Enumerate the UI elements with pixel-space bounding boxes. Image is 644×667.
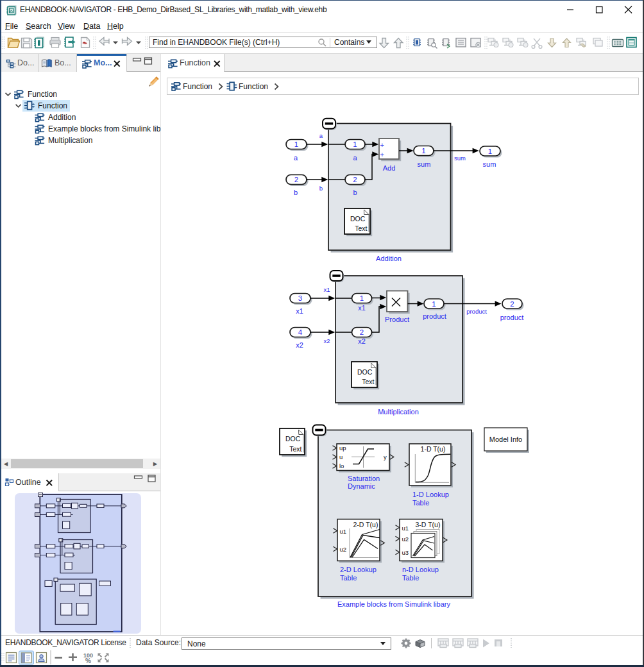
svg-text:a: a <box>319 132 323 139</box>
svg-text:DOC: DOC <box>350 215 366 223</box>
svg-text:x1: x1 <box>323 286 330 293</box>
svg-text:x2: x2 <box>296 341 303 349</box>
svg-text:+: + <box>380 141 384 149</box>
svg-text:+: + <box>380 151 384 158</box>
svg-text:u1: u1 <box>340 528 347 535</box>
svg-text:1-D T(u): 1-D T(u) <box>421 445 446 453</box>
svg-text:a: a <box>353 154 357 162</box>
svg-text:u1: u1 <box>402 525 409 532</box>
svg-text:a: a <box>294 154 298 162</box>
svg-text:%: % <box>85 657 91 664</box>
svg-text:DOC: DOC <box>357 368 373 376</box>
svg-text:Dynamic: Dynamic <box>348 482 375 490</box>
svg-text:3: 3 <box>298 294 302 302</box>
svg-text:DOC: DOC <box>285 435 301 443</box>
svg-text:lo: lo <box>339 462 344 469</box>
svg-text:1: 1 <box>488 148 492 155</box>
svg-text:2-D Lookup: 2-D Lookup <box>340 566 377 573</box>
svg-text:1: 1 <box>294 140 298 148</box>
svg-text:2: 2 <box>353 176 357 183</box>
svg-text:1: 1 <box>421 147 425 155</box>
svg-text:Text: Text <box>289 445 301 453</box>
svg-text:1: 1 <box>353 140 357 148</box>
svg-text:Text: Text <box>362 378 374 385</box>
svg-text:2: 2 <box>360 328 364 336</box>
svg-text:u2: u2 <box>402 536 409 543</box>
svg-text:x1: x1 <box>296 307 303 315</box>
svg-text:sum: sum <box>418 160 431 168</box>
svg-text:product: product <box>423 312 446 320</box>
svg-text:sum: sum <box>454 155 466 162</box>
svg-text:Saturation: Saturation <box>348 475 380 482</box>
svg-text:Add: Add <box>383 164 396 172</box>
svg-text:Text: Text <box>355 224 367 232</box>
svg-text:u: u <box>339 453 343 460</box>
svg-text:2: 2 <box>510 300 514 308</box>
svg-text:4: 4 <box>298 328 303 336</box>
svg-text:2: 2 <box>294 176 298 183</box>
svg-text:1-D Lookup: 1-D Lookup <box>412 491 449 498</box>
svg-text:Addition: Addition <box>376 255 402 262</box>
svg-text:product: product <box>466 308 487 315</box>
svg-text:sum: sum <box>483 160 496 168</box>
svg-text:x2: x2 <box>358 337 366 345</box>
svg-text:Example blocks from Simulink l: Example blocks from Simulink libary <box>337 600 451 608</box>
svg-text:Table: Table <box>402 574 419 582</box>
svg-text:Table: Table <box>340 574 357 582</box>
svg-text:u2: u2 <box>340 546 347 553</box>
svg-text:1: 1 <box>360 294 364 302</box>
svg-text:x2: x2 <box>323 337 330 344</box>
svg-text:Model Info: Model Info <box>489 435 522 443</box>
svg-text:n-D Lookup: n-D Lookup <box>402 566 439 573</box>
svg-text:b: b <box>319 185 323 192</box>
svg-text:1: 1 <box>432 300 436 308</box>
svg-text:b: b <box>353 189 357 196</box>
svg-text:x1: x1 <box>358 304 366 312</box>
svg-text:2-D T(u): 2-D T(u) <box>353 521 378 528</box>
svg-text:u3: u3 <box>402 549 409 556</box>
svg-text:b: b <box>294 189 298 196</box>
svg-text:Multiplication: Multiplication <box>378 408 419 416</box>
svg-text:product: product <box>500 314 524 321</box>
svg-text:y: y <box>384 453 387 460</box>
svg-text:up: up <box>339 444 346 452</box>
svg-text:Product: Product <box>385 316 409 323</box>
svg-text:3-D T(u): 3-D T(u) <box>416 521 441 528</box>
svg-text:Table: Table <box>412 499 429 507</box>
